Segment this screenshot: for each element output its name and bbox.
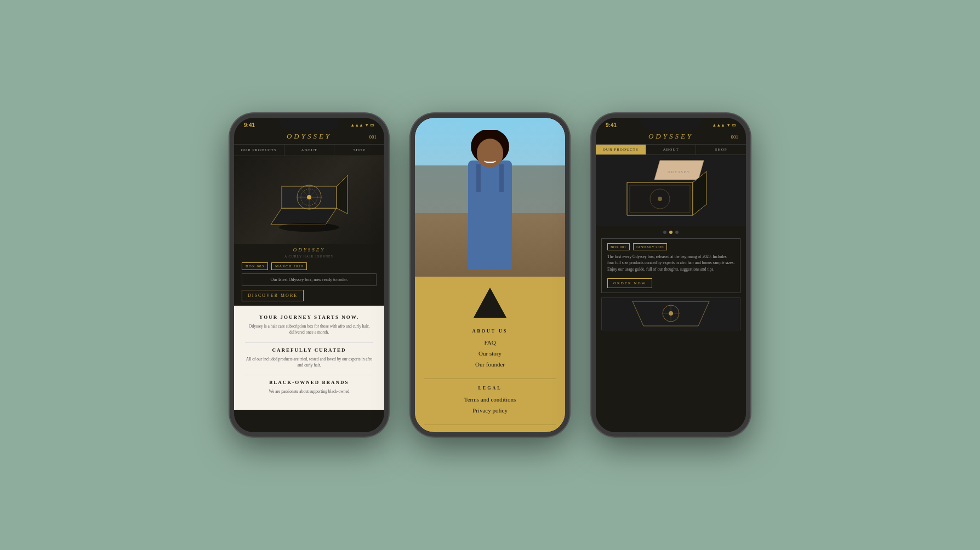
woman-smile — [484, 158, 496, 163]
p2-menu-privacy[interactable]: Privacy policy — [472, 407, 508, 414]
p3-order-button[interactable]: ORDER NOW — [607, 278, 652, 288]
p1-section-2-text: All of our included products are tried, … — [245, 356, 373, 369]
p2-photo — [415, 118, 565, 277]
svg-point-21 — [658, 197, 662, 201]
notch-1 — [279, 118, 339, 130]
notch-2 — [460, 118, 520, 130]
p2-menu-terms[interactable]: Terms and conditions — [464, 396, 516, 403]
dot-1[interactable] — [663, 231, 666, 234]
p2-gold-section: C G C ABOUT US FAQ Our story Our founder… — [415, 277, 565, 432]
dot-2[interactable] — [669, 231, 673, 234]
box-svg — [265, 164, 353, 236]
wifi-icon-3: ▾ — [727, 123, 730, 128]
p1-box-image — [234, 156, 384, 244]
phone-2: C G C ABOUT US FAQ Our story Our founder… — [411, 113, 569, 437]
p2-menu-story[interactable]: Our story — [478, 350, 502, 357]
p2-contact-label: CONTACT US — [468, 432, 512, 432]
status-icons-1: ▲▲▲ ▾ ▭ — [350, 123, 374, 128]
p1-nav-about[interactable]: ABOUT — [284, 145, 335, 156]
battery-icon-1: ▭ — [370, 123, 374, 128]
woman-figure — [452, 129, 528, 277]
svg-point-10 — [279, 223, 339, 232]
battery-icon-3: ▭ — [732, 123, 736, 128]
p2-menu-faq[interactable]: FAQ — [484, 339, 495, 346]
signal-icon-1: ▲▲▲ — [350, 123, 363, 128]
p3-box-number: BOX 001 — [607, 243, 630, 250]
svg-marker-11 — [475, 289, 505, 317]
woman-face — [477, 139, 503, 167]
p3-nav-about[interactable]: ABOUT — [646, 145, 697, 154]
p1-description: Our latest Odyssey box, now ready to ord… — [242, 273, 377, 286]
p3-product-image: ODYSSEY — [596, 155, 746, 226]
p3-info-box: BOX 001 JANUARY 2020 The first every Ody… — [601, 238, 740, 293]
p1-num: 001 — [369, 134, 377, 140]
p1-section-2-title: CAREFULLY CURATED — [245, 347, 373, 353]
svg-text:G: G — [488, 306, 492, 311]
status-icons-3: ▲▲▲ ▾ ▭ — [712, 123, 736, 128]
svg-text:C: C — [488, 301, 492, 305]
svg-marker-0 — [271, 208, 337, 225]
svg-text:ODYSSEY: ODYSSEY — [668, 170, 691, 174]
p1-section-1-title: YOUR JOURNEY STARTS NOW. — [245, 314, 373, 320]
time-1: 9:41 — [244, 122, 255, 128]
p1-divider-1 — [245, 342, 373, 343]
phone-1: 9:41 ▲▲▲ ▾ ▭ ODYSSEY 001 OUR PRODUCTS AB… — [230, 113, 389, 437]
p1-nav-products[interactable]: OUR PRODUCTS — [234, 145, 284, 156]
p1-brand: ODYSSEY — [234, 132, 384, 141]
p3-nav: OUR PRODUCTS ABOUT SHOP — [596, 145, 746, 155]
p1-divider-2 — [245, 375, 373, 375]
p3-carousel-dots — [596, 226, 746, 238]
p1-nav-shop[interactable]: SHOP — [334, 145, 384, 156]
p3-box-date: JANUARY 2020 — [633, 243, 667, 250]
phone-3: 9:41 ▲▲▲ ▾ ▭ ODYSSEY 001 OUR PRODUCTS AB… — [591, 113, 750, 437]
preview-box-svg — [622, 299, 720, 329]
p3-nav-products[interactable]: OUR PRODUCTS — [596, 145, 646, 154]
p1-cta-button[interactable]: DISCOVER MORE — [242, 290, 304, 301]
p1-box-sublabel: A CURLY HAIR JOURNEY — [234, 255, 384, 262]
p2-about-label: ABOUT US — [472, 329, 508, 334]
woman-strap-right — [499, 164, 504, 192]
wifi-icon-1: ▾ — [366, 123, 368, 128]
p3-brand: ODYSSEY — [596, 132, 746, 141]
phone-2-screen: C G C ABOUT US FAQ Our story Our founder… — [415, 118, 565, 432]
p3-bottom-preview — [601, 297, 740, 330]
p1-box-label: ODYSSEY — [234, 244, 384, 255]
p2-divider-1 — [424, 379, 556, 379]
p1-box-number: BOX 003 — [242, 262, 268, 270]
p3-badges: BOX 001 JANUARY 2020 — [607, 243, 734, 250]
p3-num: 001 — [731, 134, 739, 140]
p1-info-row: BOX 003 MARCH 2020 — [234, 262, 384, 273]
p1-box-date: MARCH 2020 — [271, 262, 307, 270]
woman-body — [468, 161, 512, 270]
p2-divider-2 — [424, 425, 556, 425]
triangle-svg: C G C — [474, 288, 506, 318]
signal-icon-3: ▲▲▲ — [712, 123, 725, 128]
p2-legal-label: LEGAL — [478, 386, 502, 391]
p1-nav: OUR PRODUCTS ABOUT SHOP — [234, 145, 384, 156]
p2-menu-founder[interactable]: Our founder — [475, 361, 505, 368]
svg-text:C: C — [489, 313, 491, 316]
notch-3 — [641, 118, 701, 130]
svg-marker-2 — [337, 175, 347, 214]
phone-3-screen: 9:41 ▲▲▲ ▾ ▭ ODYSSEY 001 OUR PRODUCTS AB… — [596, 118, 746, 432]
p1-section-1-text: Odyssey is a hair care subscription box … — [245, 323, 373, 336]
p1-section-3-title: BLACK-OWNED BRANDS — [245, 380, 373, 385]
cgc-logo: C G C — [474, 288, 506, 318]
p1-cream-section: YOUR JOURNEY STARTS NOW. Odyssey is a ha… — [234, 306, 384, 410]
time-3: 9:41 — [606, 122, 617, 128]
phones-container: 9:41 ▲▲▲ ▾ ▭ ODYSSEY 001 OUR PRODUCTS AB… — [0, 0, 980, 550]
phone-1-screen: 9:41 ▲▲▲ ▾ ▭ ODYSSEY 001 OUR PRODUCTS AB… — [234, 118, 384, 432]
dot-3[interactable] — [675, 231, 679, 234]
p3-description: The first every Odyssey box, released at… — [607, 254, 734, 272]
p1-section-3-text: We are passionate about supporting black… — [245, 388, 373, 394]
open-box-svg: ODYSSEY — [616, 158, 726, 224]
woman-strap-left — [476, 164, 481, 192]
p3-nav-shop[interactable]: SHOP — [696, 145, 746, 154]
